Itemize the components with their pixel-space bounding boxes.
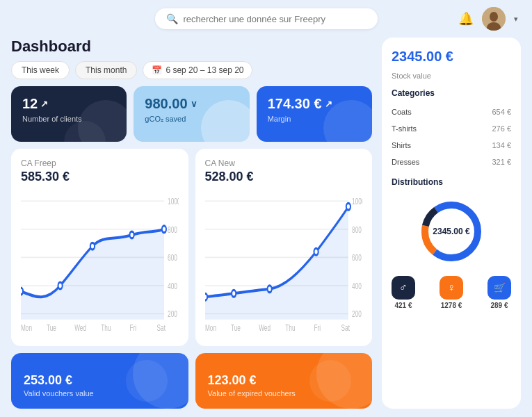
svg-point-15 (90, 243, 95, 250)
svg-text:600: 600 (168, 252, 177, 262)
voucher-card-valid: 253.00 € Valid vouchers value (11, 353, 188, 409)
svg-text:200: 200 (352, 309, 362, 318)
bell-icon[interactable]: 🔔 (458, 11, 474, 26)
donut-center-label: 2345.00 € (433, 227, 469, 236)
svg-point-38 (346, 203, 350, 210)
search-icon: 🔍 (166, 13, 178, 24)
svg-text:Fri: Fri (129, 322, 136, 332)
stock-value: 2345.00 € (392, 49, 511, 65)
chart-freep-title: CA Freep (21, 158, 179, 168)
svg-text:Mon: Mon (21, 322, 32, 332)
category-name-shirts: Shirts (392, 141, 411, 149)
male-icon-box: ♂ (392, 276, 415, 300)
chart-freep-area: 1000 800 600 400 200 (21, 190, 179, 336)
category-name-tshirts: T-shirts (392, 124, 417, 133)
chevron-down-icon: ▾ (514, 15, 518, 24)
svg-text:800: 800 (168, 224, 177, 234)
dist-item-female: ♀ 1278 € (440, 276, 463, 309)
svg-text:1000: 1000 (352, 196, 362, 206)
svg-point-17 (162, 226, 166, 233)
arrow-up-icon: ↗ (40, 99, 48, 109)
arrow-down-icon: ∨ (191, 99, 198, 109)
category-row-dresses: Dresses 321 € (392, 156, 511, 167)
svg-text:Sat: Sat (341, 322, 349, 332)
svg-text:400: 400 (168, 281, 177, 291)
chart-new-title: CA New (205, 158, 363, 168)
chart-card-freep: CA Freep 585.30 € 1000 800 600 40 (11, 149, 188, 346)
svg-text:Tue: Tue (231, 322, 241, 332)
category-row-tshirts: T-shirts 276 € (392, 123, 511, 134)
dist-item-male: ♂ 421 € (392, 276, 415, 309)
top-right: 🔔 ▾ (458, 7, 518, 31)
svg-text:Thu: Thu (101, 322, 111, 332)
svg-point-35 (232, 290, 236, 297)
voucher-card-expired: 123.00 € Value of expired vouchers (195, 353, 373, 409)
dist-male-value: 421 € (394, 302, 412, 309)
donut-chart: 2345.00 € (392, 197, 511, 266)
male-icon: ♂ (399, 281, 408, 294)
page-title: Dashboard (11, 38, 372, 56)
female-icon-box: ♀ (440, 276, 463, 300)
page-header: Dashboard This week This month 📅 6 sep 2… (11, 38, 372, 86)
dist-cart-value: 289 € (490, 302, 508, 309)
category-value-tshirts: 276 € (492, 124, 511, 133)
bottom-row: 253.00 € Valid vouchers value 123.00 € V… (11, 353, 372, 409)
category-value-shirts: 134 € (492, 141, 511, 149)
cart-icon: 🛒 (494, 282, 506, 293)
svg-text:Wed: Wed (74, 322, 86, 332)
filters: This week This month 📅 6 sep 20 – 13 sep… (11, 61, 372, 79)
category-value-dresses: 321 € (492, 158, 511, 166)
svg-point-13 (21, 288, 23, 295)
female-icon: ♀ (447, 281, 456, 294)
chart-new-value: 528.00 € (205, 170, 363, 184)
svg-text:1000: 1000 (168, 196, 178, 206)
main-content: Dashboard This week This month 📅 6 sep 2… (0, 38, 532, 417)
stat-card-margin: 174.30 € ↗ Margin (257, 86, 372, 142)
category-name-coats: Coats (392, 108, 412, 116)
svg-point-34 (205, 293, 207, 300)
dist-female-value: 1278 € (441, 302, 462, 309)
week-filter-button[interactable]: This week (11, 61, 70, 79)
month-filter-button[interactable]: This month (75, 61, 137, 79)
chart-card-new: CA New 528.00 € 1000 800 600 400 200 (195, 149, 373, 346)
stock-label: Stock value (392, 72, 511, 80)
left-panel: Dashboard This week This month 📅 6 sep 2… (11, 38, 372, 409)
svg-text:Thu: Thu (285, 322, 295, 332)
category-value-coats: 654 € (492, 108, 511, 116)
distribution-icons: ♂ 421 € ♀ 1278 € 🛒 289 € (392, 276, 511, 309)
right-panel: 2345.00 € Stock value Categories Coats 6… (382, 38, 521, 409)
calendar-icon: 📅 (152, 65, 162, 75)
svg-text:Wed: Wed (259, 322, 271, 332)
category-row-coats: Coats 654 € (392, 106, 511, 117)
date-range-label: 6 sep 20 – 13 sep 20 (166, 65, 243, 75)
svg-text:400: 400 (352, 281, 362, 291)
svg-point-16 (129, 231, 134, 238)
stats-row: 12 ↗ Number of clients 980.00 ∨ gCO₂ sav… (11, 86, 372, 142)
charts-row: CA Freep 585.30 € 1000 800 600 40 (11, 149, 372, 346)
dist-item-cart: 🛒 289 € (487, 276, 511, 309)
chart-freep-value: 585.30 € (21, 170, 179, 184)
svg-point-37 (314, 248, 318, 255)
stat-card-clients: 12 ↗ Number of clients (11, 86, 127, 142)
search-box[interactable]: 🔍 (155, 8, 378, 29)
svg-text:Sat: Sat (157, 322, 166, 332)
category-name-dresses: Dresses (392, 158, 419, 166)
svg-text:800: 800 (352, 224, 362, 234)
cart-icon-box: 🛒 (487, 276, 511, 300)
svg-text:Fri: Fri (314, 322, 321, 332)
avatar[interactable] (482, 7, 506, 31)
search-input[interactable] (184, 14, 366, 24)
svg-point-1 (490, 12, 498, 22)
svg-text:600: 600 (352, 252, 362, 262)
svg-point-36 (267, 286, 271, 293)
stat-card-co2: 980.00 ∨ gCO₂ saved (134, 86, 249, 142)
distributions-title: Distributions (392, 177, 511, 187)
category-row-shirts: Shirts 134 € (392, 140, 511, 151)
svg-text:Mon: Mon (205, 322, 216, 332)
chart-new-area: 1000 800 600 400 200 Mon (205, 190, 363, 336)
top-bar: 🔍 🔔 ▾ (0, 0, 532, 38)
svg-text:200: 200 (168, 309, 177, 318)
svg-point-14 (58, 282, 63, 289)
date-range-picker[interactable]: 📅 6 sep 20 – 13 sep 20 (143, 61, 252, 79)
svg-text:Tue: Tue (47, 322, 56, 332)
